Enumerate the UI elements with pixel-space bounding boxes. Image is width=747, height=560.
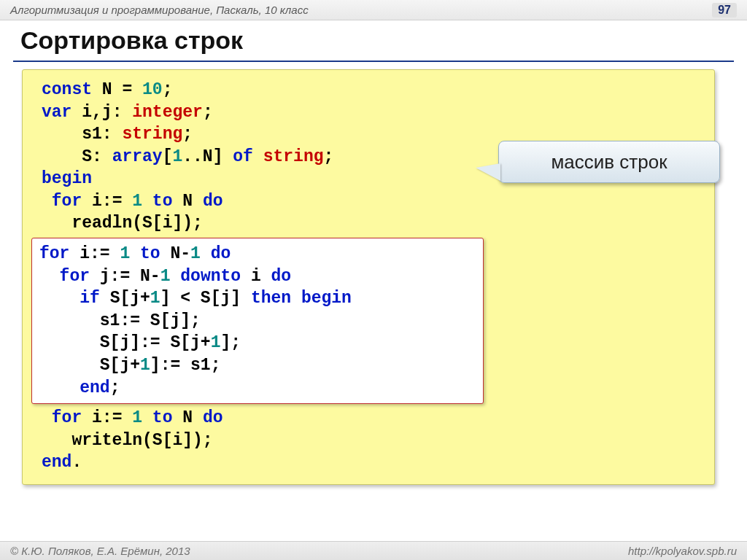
content-area: массив строк const N = 10; var i,j: inte… [0,62,747,485]
inner-code-pre: for i:= 1 to N-1 do for j:= N-1 downto i… [39,243,476,399]
page-number: 97 [712,3,737,18]
footer-bar: © К.Ю. Поляков, Е.А. Ерёмин, 2013 http:/… [0,541,747,560]
footer-copyright: © К.Ю. Поляков, Е.А. Ерёмин, 2013 [10,545,190,557]
callout-text: массив строк [551,149,667,175]
callout-tail-icon [476,163,500,181]
code-pre-tail: for i:= 1 to N do writeln(S[i]); end. [42,407,695,474]
breadcrumb: Алгоритмизация и программирование, Паска… [10,4,309,16]
footer-url: http://kpolyakov.spb.ru [628,545,737,557]
highlighted-code-block: for i:= 1 to N-1 do for j:= N-1 downto i… [31,238,484,404]
callout-bubble: массив строк [498,141,720,183]
code-block: массив строк const N = 10; var i,j: inte… [22,69,715,485]
header-bar: Алгоритмизация и программирование, Паска… [0,0,747,20]
title-wrap: Сортировка строк [0,20,747,59]
page-title: Сортировка строк [20,26,727,55]
